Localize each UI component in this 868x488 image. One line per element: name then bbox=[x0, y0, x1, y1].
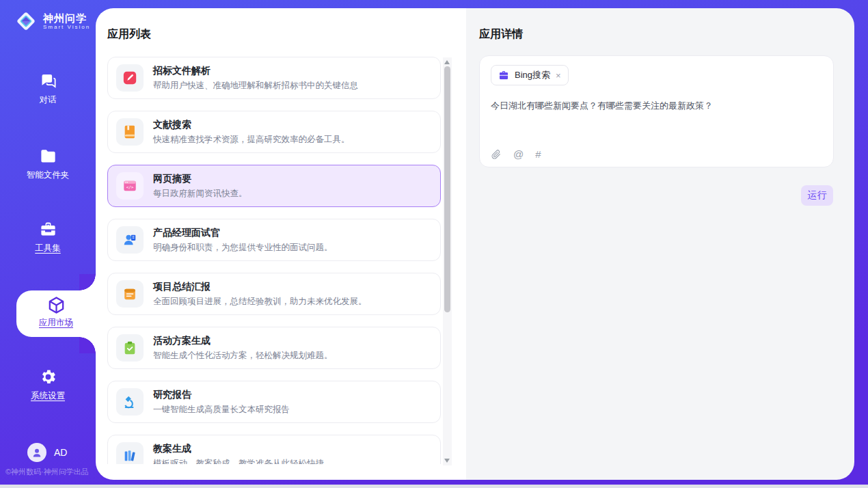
app-detail-title: 应用详情 bbox=[479, 27, 834, 42]
app-description: 明确身份和职责，为您提供专业性的面试问题。 bbox=[153, 242, 333, 254]
sidebar-item-label: 工具集 bbox=[0, 243, 96, 254]
brand-logo: 神州问学 Smart Vision bbox=[14, 9, 90, 33]
gear-icon bbox=[39, 368, 57, 386]
toolbox-icon bbox=[39, 220, 57, 239]
sidebar-item-settings[interactable]: 系统设置 bbox=[0, 368, 96, 402]
app-title: 产品经理面试官 bbox=[153, 227, 333, 239]
window-bottom-strip bbox=[0, 485, 868, 488]
app-list: 招标文件解析 帮助用户快速、准确地理解和解析招标书中的关键信息 文献搜索 快速精… bbox=[107, 57, 441, 464]
edit-square-icon bbox=[116, 64, 144, 92]
app-title: 招标文件解析 bbox=[153, 65, 358, 77]
book-icon bbox=[116, 118, 144, 146]
briefcase-icon bbox=[498, 70, 509, 81]
prompt-card: Bing搜索 × 今日湖北有哪些新闻要点？有哪些需要关注的最新政策？ @ # bbox=[479, 55, 834, 167]
hash-icon[interactable]: # bbox=[535, 148, 541, 160]
app-title: 教案生成 bbox=[153, 443, 324, 455]
sidebar-item-chat[interactable]: 对话 bbox=[0, 72, 96, 106]
user-initials: AD bbox=[54, 447, 67, 458]
app-title: 项目总结汇报 bbox=[153, 281, 367, 293]
sidebar-item-label: 系统设置 bbox=[0, 390, 96, 402]
tool-tag-bing-search[interactable]: Bing搜索 × bbox=[491, 65, 569, 85]
research-report-icon bbox=[116, 388, 144, 416]
app-card[interactable]: 产品经理面试官 明确身份和职责，为您提供专业性的面试问题。 bbox=[107, 219, 441, 261]
sidebar-item-smart-folder[interactable]: 智能文件夹 bbox=[0, 147, 96, 181]
sidebar-item-toolset[interactable]: 工具集 bbox=[0, 220, 96, 254]
active-tab-flare-top bbox=[79, 274, 96, 290]
app-list-panel: 应用列表 招标文件解析 帮助用户快速、准确地理解和解析招标书中的关键信息 文献搜… bbox=[96, 8, 466, 480]
scrollbar-up-arrow[interactable] bbox=[444, 60, 450, 64]
chat-icon bbox=[39, 72, 57, 90]
run-button[interactable]: 运行 bbox=[801, 185, 833, 206]
app-card[interactable]: </> 网页摘要 每日政府新闻资讯快查。 bbox=[107, 165, 441, 207]
app-card[interactable]: 教案生成 模板驱动，教案秒成，教学准备从此轻松快捷 bbox=[107, 435, 441, 464]
scrollbar[interactable] bbox=[443, 57, 452, 465]
web-summary-icon: </> bbox=[116, 172, 144, 200]
scrollbar-thumb[interactable] bbox=[444, 66, 450, 312]
app-card[interactable]: 研究报告 一键智能生成高质量长文本研究报告 bbox=[107, 381, 441, 423]
main-content: 应用列表 招标文件解析 帮助用户快速、准确地理解和解析招标书中的关键信息 文献搜… bbox=[96, 8, 854, 480]
sidebar-item-label: 智能文件夹 bbox=[0, 170, 96, 181]
active-tab-flare-bottom bbox=[79, 337, 96, 353]
app-description: 快速精准查找学术资源，提高研究效率的必备工具。 bbox=[153, 134, 350, 146]
sidebar: 神州问学 Smart Vision 对话 智能文件夹 工具集 bbox=[0, 0, 96, 488]
sidebar-item-app-market[interactable]: 应用市场 bbox=[16, 290, 96, 337]
app-description: 智能生成个性化活动方案，轻松解决规划难题。 bbox=[153, 350, 333, 362]
app-description: 每日政府新闻资讯快查。 bbox=[153, 188, 247, 200]
avatar bbox=[27, 443, 46, 462]
person-icon bbox=[31, 446, 43, 459]
app-window: 神州问学 Smart Vision 对话 智能文件夹 工具集 bbox=[0, 0, 868, 488]
sidebar-item-label: 应用市场 bbox=[16, 317, 96, 329]
interviewer-icon bbox=[116, 226, 144, 254]
brand-subtitle: Smart Vision bbox=[43, 24, 90, 30]
app-title: 文献搜索 bbox=[153, 119, 350, 131]
folder-icon bbox=[39, 147, 57, 165]
app-description: 模板驱动，教案秒成，教学准备从此轻松快捷 bbox=[153, 458, 324, 465]
app-description: 一键智能生成高质量长文本研究报告 bbox=[153, 404, 290, 416]
cube-icon bbox=[46, 295, 66, 315]
app-card[interactable]: 活动方案生成 智能生成个性化活动方案，轻松解决规划难题。 bbox=[107, 327, 441, 369]
paperclip-icon[interactable] bbox=[491, 149, 502, 160]
at-icon[interactable]: @ bbox=[513, 148, 524, 160]
app-description: 帮助用户快速、准确地理解和解析招标书中的关键信息 bbox=[153, 80, 358, 92]
app-card[interactable]: 招标文件解析 帮助用户快速、准确地理解和解析招标书中的关键信息 bbox=[107, 57, 441, 99]
app-card[interactable]: 文献搜索 快速精准查找学术资源，提高研究效率的必备工具。 bbox=[107, 111, 441, 153]
lesson-plan-icon bbox=[116, 442, 144, 464]
summary-report-icon bbox=[116, 280, 144, 308]
prompt-toolbar: @ # bbox=[491, 148, 541, 160]
app-list-title: 应用列表 bbox=[107, 27, 466, 42]
copyright-text: ©神州数码·神州问学出品 bbox=[5, 467, 89, 477]
app-card[interactable]: 项目总结汇报 全面回顾项目进展，总结经验教训，助力未来优化发展。 bbox=[107, 273, 441, 315]
tool-tag-label: Bing搜索 bbox=[515, 69, 550, 81]
activity-plan-icon bbox=[116, 334, 144, 362]
app-description: 全面回顾项目进展，总结经验教训，助力未来优化发展。 bbox=[153, 296, 367, 308]
app-detail-panel: 应用详情 Bing搜索 × 今日湖北有哪些新闻要点？有哪些需要关注的最新政策？ … bbox=[466, 8, 854, 480]
scrollbar-down-arrow[interactable] bbox=[444, 459, 450, 463]
app-title: 活动方案生成 bbox=[153, 335, 333, 347]
brand-name: 神州问学 bbox=[43, 12, 90, 24]
tool-tag-close-icon[interactable]: × bbox=[556, 71, 561, 80]
diamond-logo-icon bbox=[14, 9, 38, 33]
sidebar-item-label: 对话 bbox=[0, 94, 96, 106]
prompt-input[interactable]: 今日湖北有哪些新闻要点？有哪些需要关注的最新政策？ bbox=[491, 99, 822, 113]
app-title: 研究报告 bbox=[153, 389, 290, 401]
app-title: 网页摘要 bbox=[153, 173, 247, 185]
svg-text:</>: </> bbox=[126, 185, 134, 189]
user-account[interactable]: AD bbox=[27, 443, 67, 462]
